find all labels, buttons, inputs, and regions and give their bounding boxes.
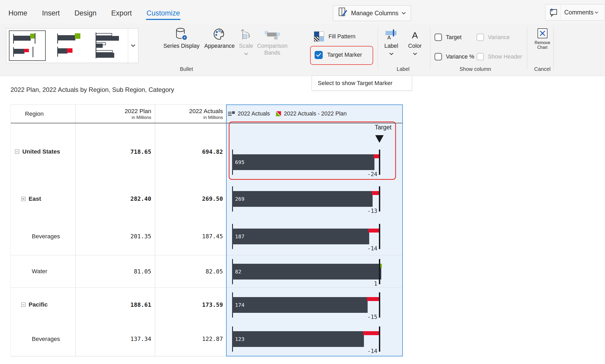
group-label-bullet: Bullet: [163, 66, 210, 72]
plan-value-cell[interactable]: 718.65: [76, 123, 155, 180]
row-label: Beverages: [32, 336, 60, 342]
remove-chart-icon: [538, 28, 547, 38]
table-row: Water 81.05 82.05 821: [11, 255, 403, 287]
tab-insert[interactable]: Insert: [41, 9, 60, 24]
plan-value-cell[interactable]: 81.05: [76, 255, 155, 287]
chevron-down-icon: [389, 52, 394, 55]
collapse-icon[interactable]: [15, 150, 19, 154]
row-label-cell[interactable]: Beverages: [11, 218, 76, 255]
table-row: East 282.40 269.50 269-13: [11, 180, 403, 218]
header-actuals[interactable]: 2022 Actuals in Millions: [155, 105, 227, 123]
checkbox-unchecked-icon[interactable]: [435, 34, 442, 41]
row-label: Beverages: [32, 233, 60, 240]
tab-customize[interactable]: Customize: [146, 9, 181, 24]
bullet-style-3[interactable]: [93, 30, 126, 61]
fill-pattern-button[interactable]: Fill Pattern: [314, 31, 356, 41]
plan-value-cell[interactable]: 137.34: [76, 322, 155, 356]
remove-chart-label-1: Remove: [535, 40, 550, 45]
variance-value-label: -13: [367, 208, 377, 214]
target-marker-highlight-box: [229, 122, 396, 180]
actuals-bar: 187: [232, 229, 369, 244]
collapse-icon[interactable]: [21, 303, 25, 307]
tab-export[interactable]: Export: [111, 9, 132, 24]
bullet-chart-cell[interactable]: 695-24Target: [227, 123, 403, 180]
ribbon-divider: [554, 27, 554, 69]
target-marker-checkbox[interactable]: Target Marker: [315, 51, 362, 59]
series-display-button[interactable]: Series Display: [159, 27, 204, 49]
variance-pct-checkbox-label: Variance %: [446, 54, 474, 60]
actuals-value-cell[interactable]: 269.50: [155, 180, 227, 218]
variance-value-label: -15: [367, 314, 377, 320]
fill-pattern-label: Fill Pattern: [328, 33, 356, 40]
actuals-value-cell[interactable]: 187.45: [155, 218, 227, 255]
scale-label: Scale: [239, 43, 253, 49]
tab-home[interactable]: Home: [8, 9, 28, 24]
tooltip: Select to show Target Marker: [312, 76, 412, 91]
label-button[interactable]: A Label: [380, 27, 402, 55]
collapse-icon[interactable]: [21, 197, 25, 201]
variance-value-label: -14: [367, 348, 377, 354]
appearance-palette-icon: [213, 27, 226, 41]
comparison-bands-label-2: Bands: [264, 50, 280, 56]
plan-value-cell[interactable]: 188.61: [76, 288, 155, 322]
chevron-down-icon: [401, 12, 406, 14]
chevron-down-icon: [244, 52, 248, 55]
gallery-expand-button[interactable]: [128, 28, 138, 63]
row-label-cell[interactable]: Water: [11, 255, 76, 287]
series-display-label: Series Display: [163, 43, 199, 49]
target-marker-line: [379, 224, 380, 249]
checkbox-unchecked-icon[interactable]: [435, 53, 442, 60]
bullet-style-2[interactable]: [54, 30, 91, 61]
comparison-bands-icon: [265, 27, 280, 41]
actuals-series-icon: [228, 111, 235, 117]
table-row: Beverages 201.35 187.45 187-14: [11, 218, 403, 255]
color-button-label: Color: [408, 43, 421, 49]
appearance-label: Appearance: [204, 43, 235, 49]
remove-chart-button[interactable]: Remove Chart: [530, 27, 555, 50]
bullet-chart-cell[interactable]: 821: [227, 255, 403, 287]
table-row: Pacific 188.61 173.59 174-15: [11, 287, 403, 322]
manage-columns-button[interactable]: Manage Columns: [333, 5, 411, 21]
row-label-cell[interactable]: Pacific: [11, 288, 76, 322]
bar-value-label: 187: [235, 229, 244, 244]
row-label-cell[interactable]: Beverages: [11, 322, 76, 356]
color-button[interactable]: A Color: [404, 27, 426, 55]
chevron-down-icon: [413, 52, 417, 55]
data-table: Region 2022 Plan in Millions 2022 Actual…: [11, 104, 403, 356]
bullet-style-1-selected[interactable]: [9, 30, 46, 61]
variance-negative-segment: [368, 229, 379, 233]
bullet-chart-cell[interactable]: 269-13: [227, 180, 403, 218]
variance-pct-checkbox[interactable]: Variance %: [435, 53, 474, 60]
variance-value-label: 1: [374, 281, 377, 287]
bullet-chart-cell[interactable]: 174-15: [227, 288, 403, 322]
header-actuals-unit: in Millions: [203, 115, 223, 120]
actuals-value-cell[interactable]: 694.82: [155, 123, 227, 180]
appearance-button[interactable]: Appearance: [199, 27, 240, 49]
checkbox-checked-icon[interactable]: [315, 51, 323, 59]
bar-value-label: 123: [235, 331, 244, 347]
plan-value-cell[interactable]: 201.35: [76, 218, 155, 255]
bullet-chart-cell[interactable]: 123-14: [227, 322, 403, 356]
header-plan[interactable]: 2022 Plan in Millions: [76, 105, 155, 123]
target-marker-line: [379, 326, 380, 352]
header-chart[interactable]: 2022 Actuals 2022 Actuals - 2022 Plan: [227, 105, 403, 123]
target-checkbox[interactable]: Target: [435, 34, 462, 41]
tab-design[interactable]: Design: [74, 9, 97, 24]
scale-axis-icon: [239, 27, 253, 41]
plan-value-cell[interactable]: 282.40: [76, 180, 155, 218]
actuals-value-cell[interactable]: 122.87: [155, 322, 227, 356]
actuals-value-cell[interactable]: 173.59: [155, 288, 227, 322]
bullet-chart-cell[interactable]: 187-14: [227, 218, 403, 255]
legend-variance-label: 2022 Actuals - 2022 Plan: [284, 110, 347, 117]
header-region[interactable]: Region: [11, 105, 76, 123]
target-marker-title: Target: [375, 124, 392, 131]
actuals-value-cell[interactable]: 82.05: [155, 255, 227, 287]
comments-button[interactable]: Comments: [545, 4, 605, 20]
label-button-label: Label: [384, 43, 398, 49]
row-label: East: [29, 196, 41, 202]
ribbon-divider: [430, 27, 430, 69]
row-label-cell[interactable]: East: [11, 180, 76, 218]
group-label-label: Label: [382, 66, 424, 72]
row-label-cell[interactable]: United States: [11, 123, 76, 180]
label-icon: A: [385, 27, 398, 41]
